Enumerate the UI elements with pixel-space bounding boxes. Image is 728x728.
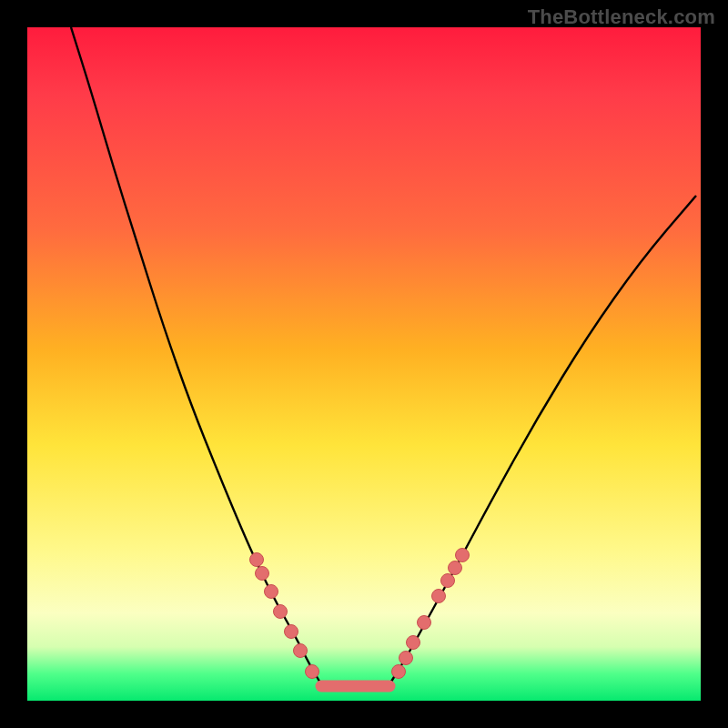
data-point-marker: [274, 605, 288, 619]
data-point-marker: [285, 625, 298, 639]
frame: TheBottleneck.com: [0, 0, 728, 728]
data-point-marker: [456, 549, 470, 562]
right-branch: [389, 196, 696, 684]
data-point-marker: [399, 652, 413, 665]
data-point-marker: [265, 585, 278, 599]
data-point-marker: [306, 665, 319, 679]
left-markers: [250, 553, 319, 679]
left-branch: [71, 27, 321, 684]
data-point-marker: [392, 665, 406, 679]
data-point-marker: [407, 636, 420, 650]
data-point-marker: [256, 567, 269, 581]
data-point-marker: [449, 561, 462, 575]
data-point-marker: [250, 553, 264, 567]
bottleneck-curve: [27, 27, 701, 701]
data-point-marker: [294, 644, 308, 658]
data-point-marker: [418, 616, 431, 630]
plot-area: [27, 27, 701, 701]
watermark-text: TheBottleneck.com: [528, 5, 715, 29]
data-point-marker: [432, 590, 446, 603]
data-point-marker: [441, 574, 455, 588]
